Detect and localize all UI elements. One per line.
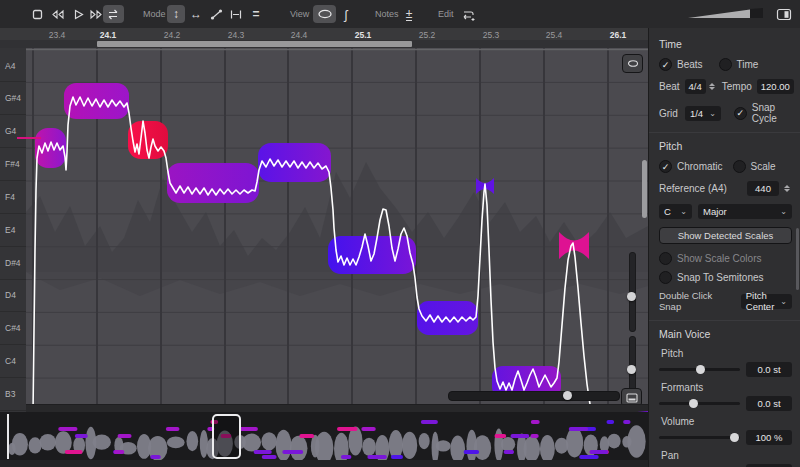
overview-audio-blob xyxy=(362,438,376,456)
overview-note-mark xyxy=(391,455,403,459)
pitch-ruler-note-Ds4[interactable]: D#4 xyxy=(0,247,26,280)
pitch-slider[interactable] xyxy=(659,368,740,371)
blob-view-icon xyxy=(317,8,333,20)
pitch-ruler[interactable]: A4G#4G4F#4F4E4D#4D4C#4C4B3 xyxy=(0,48,27,412)
overview-audio-blob xyxy=(607,434,620,449)
overview-audio-blob xyxy=(40,434,56,451)
stepper-up-icon xyxy=(709,83,715,86)
pitch-slider-thumb[interactable] xyxy=(696,365,705,374)
pitch-ruler-note-G4[interactable]: G4 xyxy=(0,115,26,148)
pitch-ruler-note-D4[interactable]: D4 xyxy=(0,280,26,313)
note-editor[interactable] xyxy=(26,48,648,409)
pitch-ruler-note-E4[interactable]: E4 xyxy=(0,214,26,247)
pitch-ruler-note-F4[interactable]: F4 xyxy=(0,181,26,214)
pitch-ruler-note-Fs4[interactable]: F#4 xyxy=(0,148,26,181)
volume-value[interactable]: 100 % xyxy=(746,430,792,445)
overview-note-mark xyxy=(464,450,480,454)
mode-horizontal-tool[interactable]: ↔ xyxy=(187,5,205,23)
volume-wedge-slider[interactable] xyxy=(688,8,764,19)
horizontal-arrows-icon: ↔ xyxy=(190,8,202,20)
snap-cycle-checkbox[interactable]: ✓ xyxy=(734,107,747,120)
overview-audio-blob xyxy=(261,432,276,450)
formants-slider[interactable] xyxy=(659,402,740,405)
overview-note-mark xyxy=(282,450,303,454)
snap-to-semitones-label: Snap To Semitones xyxy=(677,272,764,283)
edit-loop-button[interactable] xyxy=(458,5,478,23)
zoom-slider-horizontal-thumb[interactable] xyxy=(563,391,572,400)
zoom-slider-horizontal[interactable] xyxy=(448,391,620,401)
key-dropdown[interactable]: C⌄ xyxy=(659,204,692,219)
volume-slider[interactable] xyxy=(659,436,740,439)
view-blob-button[interactable] xyxy=(313,5,336,23)
notes-label: Notes xyxy=(375,9,399,19)
stepper-down-icon xyxy=(709,87,715,90)
rewind-icon xyxy=(50,8,65,21)
blob-display-button[interactable] xyxy=(622,54,643,73)
mode-vertical-tool[interactable]: ↕ xyxy=(167,5,185,23)
note-blob-F4[interactable] xyxy=(167,163,259,203)
overview-note-mark xyxy=(530,434,538,438)
overview-audio-blob xyxy=(290,436,308,460)
formants-slider-thumb[interactable] xyxy=(689,399,698,408)
pitch-ruler-note-Cs4[interactable]: C#4 xyxy=(0,312,26,345)
beat-signature-field[interactable]: 4/4 xyxy=(685,79,706,94)
view-curve-button[interactable]: ʃ xyxy=(338,5,354,23)
grid-dropdown[interactable]: 1/4⌄ xyxy=(685,106,721,121)
blob-glyph-icon xyxy=(627,59,639,68)
zoom-slider-vertical-thumb[interactable] xyxy=(627,292,636,301)
overview-note-mark xyxy=(623,420,630,424)
beats-checkbox[interactable]: ✓ xyxy=(659,58,672,71)
pitch-ruler-note-Gs4[interactable]: G#4 xyxy=(0,82,26,115)
scale-checkbox[interactable] xyxy=(733,160,746,173)
stop-button[interactable] xyxy=(28,5,46,23)
formants-slider-label: Formants xyxy=(661,382,792,393)
play-button[interactable] xyxy=(69,5,87,23)
vertical-scrollbar[interactable] xyxy=(642,160,647,218)
volume-slider-thumb[interactable] xyxy=(730,433,739,442)
mode-formant-tool[interactable] xyxy=(227,5,245,23)
note-blob-Ds4[interactable] xyxy=(328,236,416,274)
cycle-loop-icon xyxy=(106,8,121,21)
formants-value[interactable]: 0.0 st xyxy=(746,396,792,411)
mode-amplitude-tool[interactable]: = xyxy=(247,5,265,23)
beat-stepper[interactable] xyxy=(709,80,715,93)
pitch-ruler-note-C4[interactable]: C4 xyxy=(0,345,26,378)
time-checkbox[interactable] xyxy=(719,58,732,71)
overview-note-mark xyxy=(504,450,514,454)
pitch-ruler-note-A4[interactable]: A4 xyxy=(0,50,26,83)
tempo-field[interactable]: 120.00 xyxy=(757,79,794,94)
panel-toggle-button[interactable] xyxy=(774,5,794,23)
overview-note-mark xyxy=(341,455,351,459)
pitch-section-header: Pitch xyxy=(659,140,792,152)
pan-slider-label: Pan xyxy=(661,450,792,461)
snap-to-semitones-checkbox[interactable] xyxy=(659,271,672,284)
view-window-rectangle[interactable] xyxy=(212,414,241,459)
scroll-slider-vertical-thumb[interactable] xyxy=(627,365,636,374)
show-scale-colors-checkbox[interactable] xyxy=(659,252,672,265)
cycle-button[interactable] xyxy=(103,5,124,23)
diagonal-line-icon xyxy=(210,8,223,21)
overview-note-mark xyxy=(75,434,88,438)
reference-field[interactable]: 440 xyxy=(747,181,779,196)
pitch-ruler-note-B3[interactable]: B3 xyxy=(0,378,26,411)
scale-dropdown[interactable]: Major⌄ xyxy=(698,204,792,219)
double-click-snap-dropdown[interactable]: Pitch Center⌄ xyxy=(741,294,792,309)
chromatic-checkbox[interactable]: ✓ xyxy=(659,160,672,173)
rewind-button[interactable] xyxy=(48,5,66,23)
beat-ruler-label: 24.3 xyxy=(228,30,245,40)
overview-note-mark xyxy=(239,427,258,431)
panel-scrollbar[interactable] xyxy=(796,228,799,290)
overview-note-mark xyxy=(607,420,615,424)
reference-stepper[interactable] xyxy=(782,182,792,195)
pitch-value[interactable]: 0.0 st xyxy=(746,362,792,377)
volume-slider-label: Volume xyxy=(661,416,792,427)
show-detected-scales-button[interactable]: Show Detected Scales xyxy=(659,227,792,244)
cycle-range-bar[interactable] xyxy=(97,41,412,47)
pitch-cursor-marker xyxy=(17,137,41,139)
overview-audio-blob xyxy=(12,433,28,455)
mode-drift-tool[interactable] xyxy=(207,5,225,23)
show-scale-colors-label: Show Scale Colors xyxy=(677,253,761,264)
overview-strip[interactable] xyxy=(0,412,648,460)
overview-audio-blob xyxy=(523,436,540,460)
notes-plusminus-button[interactable]: ± xyxy=(400,5,418,23)
